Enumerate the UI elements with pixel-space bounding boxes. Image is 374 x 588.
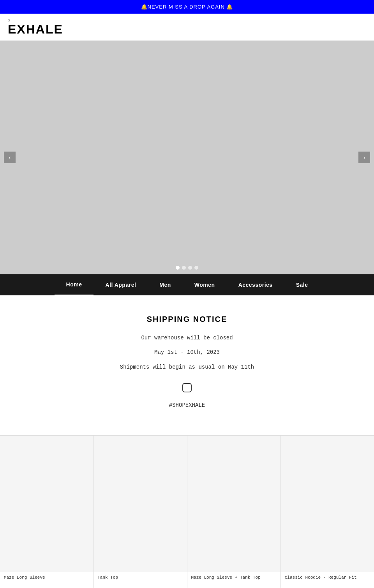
nav-item-home[interactable]: Home (55, 274, 94, 295)
slider-next-button[interactable]: › (358, 152, 370, 163)
shipping-notice-hashtag: #SHOPEXHALE (58, 401, 316, 410)
product-name-3: Maze Long Sleeve + Tank Top (187, 572, 280, 580)
product-name-1: Maze Long Sleeve (0, 572, 93, 580)
nav-item-sale[interactable]: Sale (284, 275, 320, 295)
product-name-2: Tank Top (94, 572, 187, 580)
header: s EXHALE (0, 14, 374, 41)
product-image-1 (0, 436, 93, 572)
product-name-4: Classic Hoodie - Regular Fit (281, 572, 374, 580)
hero-slider: ‹ › (0, 41, 374, 274)
nav-item-men[interactable]: Men (148, 275, 183, 295)
nav-item-women[interactable]: Women (183, 275, 227, 295)
announcement-text: 🔔NEVER MISS A DROP AGAIN 🔔 (141, 4, 233, 10)
shipping-notice-line3: Shipments will begin as usual on May 11t… (58, 363, 316, 371)
announcement-bar[interactable]: 🔔NEVER MISS A DROP AGAIN 🔔 (0, 0, 374, 14)
product-image-3 (187, 436, 280, 572)
nav-item-all-apparel[interactable]: All Apparel (94, 275, 148, 295)
slider-prev-button[interactable]: ‹ (4, 152, 16, 163)
instagram-icon[interactable] (182, 383, 192, 392)
slider-dot-3[interactable] (188, 266, 192, 270)
product-item-1[interactable]: Maze Long Sleeve (0, 436, 94, 588)
nav-item-accessories[interactable]: Accessories (227, 275, 284, 295)
logo[interactable]: EXHALE (8, 22, 63, 37)
slider-dots (176, 266, 198, 270)
product-row: Maze Long Sleeve Tank Top Maze Long Slee… (0, 435, 374, 588)
shipping-notice-line2: May 1st - 10th, 2023 (58, 348, 316, 357)
slider-dot-1[interactable] (176, 266, 180, 270)
shipping-notice-line1: Our warehouse will be closed (58, 334, 316, 342)
product-item-4[interactable]: Classic Hoodie - Regular Fit (281, 436, 374, 588)
product-image-2 (94, 436, 187, 572)
product-item-2[interactable]: Tank Top (94, 436, 187, 588)
logo-area: s EXHALE (8, 18, 63, 37)
logo-s: s (8, 18, 63, 22)
main-navigation: Home All Apparel Men Women Accessories S… (0, 274, 374, 295)
shipping-notice-section: SHIPPING NOTICE Our warehouse will be cl… (51, 295, 323, 435)
slider-dot-2[interactable] (182, 266, 186, 270)
shipping-notice-title: SHIPPING NOTICE (58, 315, 316, 324)
product-image-4 (281, 436, 374, 572)
products-section: Maze Long Sleeve Tank Top Maze Long Slee… (0, 435, 374, 588)
slider-dot-4[interactable] (194, 266, 198, 270)
product-item-3[interactable]: Maze Long Sleeve + Tank Top (187, 436, 281, 588)
